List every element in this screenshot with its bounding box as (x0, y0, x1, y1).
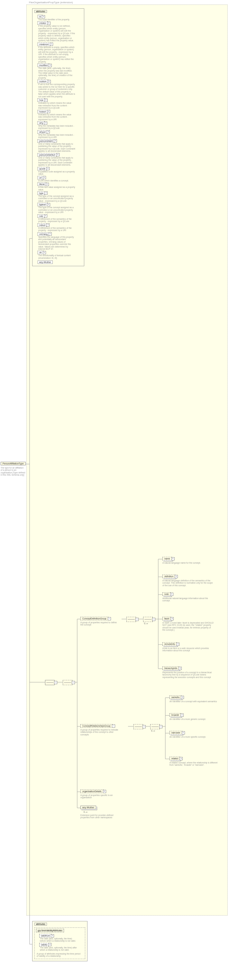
attribute-name[interactable]: howuri+ (38, 110, 47, 113)
attribute-name[interactable]: uri+ (38, 176, 43, 180)
expand-icon[interactable]: + (47, 22, 51, 25)
crg-child[interactable]: narrower+ (169, 731, 182, 735)
expand-icon[interactable]: + (175, 575, 178, 578)
cdg-child[interactable]: facet+ (163, 617, 171, 620)
attribute-name[interactable]: how+ (38, 98, 45, 102)
crg-child-label: sameAs (171, 696, 180, 698)
attribute-name[interactable]: qcode+ (38, 167, 47, 170)
expand-icon[interactable]: + (47, 203, 50, 206)
attribute-name[interactable]: creator+ (38, 21, 48, 25)
time-validity-grp-title: grp timeValidityAttributes (36, 929, 64, 932)
expand-icon[interactable]: + (47, 110, 50, 113)
organisation-details[interactable]: organisationDetails + (81, 789, 104, 793)
crg-child-caption: An identifier of a more generic concept. (169, 718, 218, 720)
expand-icon[interactable]: + (47, 80, 51, 83)
cdg-child-caption: A link to an item or a web resource whic… (163, 647, 214, 652)
expand-icon[interactable]: + (181, 696, 184, 699)
expand-icon[interactable]: + (46, 167, 49, 170)
time-validity-attrs-title: attributes (35, 923, 47, 926)
crg-child[interactable]: related+ (169, 757, 180, 760)
cdg-child[interactable]: remoteInfo+ (163, 642, 177, 646)
crg-child[interactable]: sameAs+ (169, 695, 182, 699)
attribute-item: id+The local identifier of the property. (38, 15, 82, 21)
attribute-name[interactable]: dir+ (38, 251, 43, 254)
expand-icon[interactable]: + (171, 617, 174, 620)
attribute-name[interactable]: whyuri+ (38, 130, 47, 134)
attribute-desc: Specifies the language of this property … (38, 236, 75, 250)
attribute-name[interactable]: id+ (38, 15, 43, 18)
attribute-name[interactable]: modified+ (38, 64, 49, 67)
expand-icon[interactable]: + (44, 121, 47, 125)
attribute-name[interactable]: role+ (38, 214, 45, 218)
expand-icon[interactable]: + (182, 731, 185, 735)
tv-attribute-name[interactable]: validfrom+ (39, 934, 52, 937)
attribute-name[interactable]: pubconstraint+ (38, 139, 54, 143)
expand-icon[interactable]: + (56, 153, 60, 156)
expand-icon[interactable]: + (43, 176, 46, 179)
expand-icon[interactable]: + (51, 934, 54, 937)
attribute-desc: A URI which identifies a concept. (38, 180, 75, 182)
expand-icon[interactable]: + (44, 214, 47, 218)
expand-icon[interactable]: − (159, 725, 163, 728)
expand-icon[interactable]: + (46, 183, 49, 186)
attribute-name[interactable]: typeuri+ (38, 203, 47, 206)
expand-icon[interactable]: + (44, 99, 47, 102)
expand-icon[interactable]: + (47, 130, 50, 134)
expand-icon[interactable]: + (180, 713, 184, 717)
cdg-sequence[interactable]: − (126, 617, 136, 622)
any-other-attribute: any ##other (38, 260, 53, 264)
concept-definition-group[interactable]: ConceptDefinitionGroup − (81, 617, 108, 620)
expand-icon[interactable]: + (43, 251, 46, 254)
expand-icon[interactable]: + (171, 557, 175, 560)
cdg-child[interactable]: name+ (163, 557, 172, 560)
attribute-name[interactable]: pubconstrainturi+ (38, 153, 57, 157)
expand-icon[interactable]: + (44, 191, 47, 195)
expand-icon[interactable]: + (50, 43, 53, 46)
expand-icon[interactable]: + (49, 64, 52, 67)
attribute-desc: If the attribute is empty, specifies whi… (38, 46, 75, 63)
inner-sequence[interactable]: − (63, 680, 73, 685)
main-sequence[interactable]: − (45, 680, 55, 685)
expand-icon[interactable]: − (152, 618, 155, 621)
crg-choice[interactable]: − (150, 724, 160, 729)
expand-icon[interactable]: + (42, 15, 45, 18)
attribute-name[interactable]: xml:lang+ (38, 232, 49, 236)
attribute-item: modified+The date (and, optionally, the … (38, 64, 82, 79)
attribute-name[interactable]: creatoruri+ (38, 43, 51, 46)
expand-icon[interactable]: − (112, 724, 115, 728)
attribute-name[interactable]: roleuri+ (38, 223, 47, 227)
attribute-name[interactable]: literal+ (38, 182, 46, 186)
expand-icon[interactable]: + (170, 593, 173, 596)
expand-icon[interactable]: + (180, 757, 183, 760)
cdg-child[interactable]: definition+ (163, 574, 175, 578)
expand-icon[interactable]: + (54, 139, 57, 142)
attribute-desc: The type of the concept assigned as a co… (38, 195, 75, 202)
expand-icon[interactable]: + (103, 790, 106, 793)
attribute-desc: A qualified code assigned as a property … (38, 170, 75, 175)
expand-icon[interactable]: + (46, 223, 49, 227)
attribute-name[interactable]: type+ (38, 191, 45, 195)
root-element[interactable]: PersonAffiliationType (1, 462, 26, 465)
attribute-name[interactable]: custom+ (38, 80, 48, 83)
cdg-choice[interactable]: − (143, 617, 153, 622)
crg-child[interactable]: broader+ (169, 713, 181, 717)
attribute-name[interactable]: why+ (38, 121, 45, 125)
attribute-item: role+A refinement of the semantics of th… (38, 214, 82, 223)
crg-sequence[interactable]: − (133, 724, 143, 729)
tv-attribute-item: validfrom+The date (and, optionally, the… (39, 934, 84, 942)
expand-icon[interactable]: − (108, 617, 111, 620)
cdg-child[interactable]: note+ (163, 592, 171, 596)
cdg-child[interactable]: hierarchyInfo+ (163, 667, 179, 670)
crg-child-label: broader (171, 714, 179, 716)
expand-icon[interactable]: − (54, 681, 57, 684)
tv-attribute-name[interactable]: validto+ (39, 943, 49, 947)
expand-icon[interactable]: + (49, 232, 52, 235)
expand-icon[interactable]: + (178, 667, 182, 670)
expand-icon[interactable]: − (136, 618, 139, 621)
expand-icon[interactable]: − (72, 681, 75, 684)
expand-icon[interactable]: + (48, 943, 52, 946)
concept-relationships-group[interactable]: ConceptRelationshipsGroup − (81, 724, 112, 728)
any-other-element[interactable]: any ##other (81, 806, 96, 809)
expand-icon[interactable]: − (142, 725, 146, 728)
expand-icon[interactable]: + (176, 643, 180, 646)
